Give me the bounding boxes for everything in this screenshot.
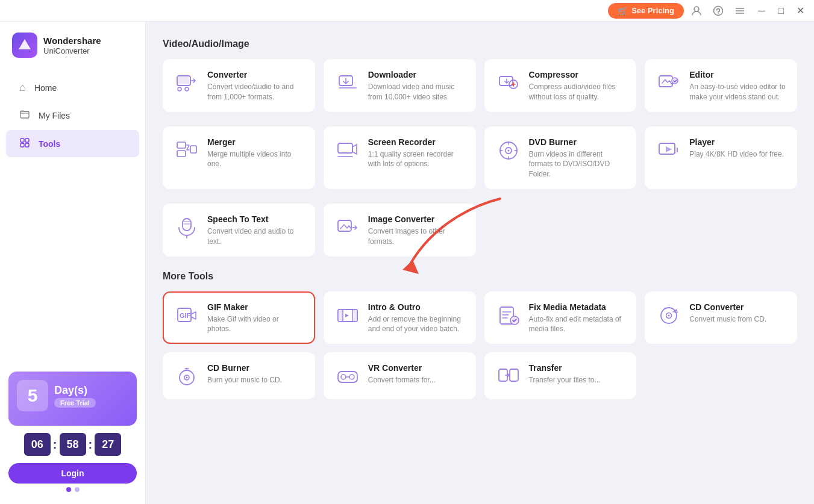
svg-rect-7 xyxy=(20,111,29,118)
dot-1 xyxy=(66,487,71,492)
tool-speech-to-text[interactable]: Speech To Text Convert video and audio t… xyxy=(163,204,315,257)
tools-row-2: Merger Merge multiple videos into one. S… xyxy=(163,126,797,189)
trial-badge: Free Trial xyxy=(54,398,96,408)
tool-merger[interactable]: Merger Merge multiple videos into one. xyxy=(163,126,315,189)
vr-converter-name: VR Converter xyxy=(368,363,465,373)
transfer-desc: Transfer your files to... xyxy=(529,375,626,385)
section-title-more: More Tools xyxy=(163,271,797,282)
trial-number: 5 xyxy=(17,380,48,411)
svg-rect-36 xyxy=(352,310,357,322)
myfiles-label: My Files xyxy=(39,111,70,120)
fix-media-metadata-name: Fix Media Metadata xyxy=(529,302,626,312)
screen-recorder-info: Screen Recorder 1:1 quality screen recor… xyxy=(368,137,465,170)
maximize-button[interactable]: □ xyxy=(772,2,790,20)
minimize-button[interactable]: ─ xyxy=(753,2,771,20)
editor-desc: An easy-to-use video editor to make your… xyxy=(689,82,786,102)
tool-intro-outro[interactable]: Intro & Outro Add or remove the beginnin… xyxy=(324,291,476,344)
converter-info: Converter Convert video/audio to and fro… xyxy=(207,70,304,102)
timer-seconds: 27 xyxy=(95,433,121,456)
svg-point-27 xyxy=(507,149,509,151)
tool-editor[interactable]: Editor An easy-to-use video editor to ma… xyxy=(645,59,797,112)
trial-card: 5 Day(s) Free Trial xyxy=(8,372,137,426)
menu-button[interactable] xyxy=(731,2,749,20)
merger-icon xyxy=(174,137,200,164)
gif-maker-desc: Make Gif with video or photos. xyxy=(207,314,304,335)
svg-text:GIF: GIF xyxy=(180,312,191,319)
tool-compressor[interactable]: Compressor Compress audio/video files wi… xyxy=(484,59,637,112)
gif-maker-name: GIF Maker xyxy=(207,302,304,312)
svg-point-47 xyxy=(349,375,354,379)
tools-label: Tools xyxy=(39,139,60,149)
timer-row: 06 : 58 : 27 xyxy=(8,433,137,456)
support-button[interactable] xyxy=(709,2,727,20)
dvd-burner-info: DVD Burner Burn videos in different form… xyxy=(529,137,626,179)
transfer-icon xyxy=(495,363,522,390)
svg-rect-23 xyxy=(190,146,196,153)
svg-rect-8 xyxy=(20,138,24,142)
nav-items: ⌂ Home My Files xyxy=(0,69,145,163)
sidebar-bottom: 5 Day(s) Free Trial 06 : 58 : 27 Login xyxy=(0,363,145,504)
see-pricing-button[interactable]: 🛒 See Pricing xyxy=(608,3,684,19)
timer-colon-2: : xyxy=(89,438,93,452)
transfer-info: Transfer Transfer your files to... xyxy=(529,363,626,385)
window-controls: ─ □ ✕ xyxy=(753,2,809,20)
transfer-name: Transfer xyxy=(529,363,626,373)
gif-maker-info: GIF Maker Make Gif with video or photos. xyxy=(207,302,304,335)
svg-point-15 xyxy=(185,87,189,91)
converter-icon xyxy=(174,70,200,96)
tool-dvd-burner[interactable]: DVD Burner Burn videos in different form… xyxy=(484,126,637,189)
cd-converter-desc: Convert music from CD. xyxy=(689,314,786,325)
tool-downloader[interactable]: Downloader Download video and music from… xyxy=(324,59,476,112)
title-bar: 🛒 See Pricing ─ □ ✕ xyxy=(0,0,814,22)
sidebar-item-home[interactable]: ⌂ Home xyxy=(6,75,139,101)
timer-hours: 06 xyxy=(24,433,51,456)
svg-rect-22 xyxy=(177,151,186,157)
cd-burner-desc-more: Burn your music to CD. xyxy=(207,375,304,385)
speech-to-text-icon xyxy=(174,214,200,241)
svg-point-44 xyxy=(186,377,188,379)
close-button[interactable]: ✕ xyxy=(791,2,809,20)
downloader-desc: Download video and music from 10,000+ vi… xyxy=(368,82,465,102)
tool-transfer[interactable]: Transfer Transfer your files to... xyxy=(484,352,637,399)
dvd-burner-icon xyxy=(495,137,522,164)
brand-name: Wondershare xyxy=(43,36,101,46)
svg-point-20 xyxy=(672,78,678,84)
tool-player[interactable]: Player Play 4K/8K HD video for free. xyxy=(645,126,797,189)
home-label: Home xyxy=(34,83,57,93)
tools-row-3: Speech To Text Convert video and audio t… xyxy=(163,204,797,257)
player-info: Player Play 4K/8K HD video for free. xyxy=(689,137,786,160)
sidebar-item-myfiles[interactable]: My Files xyxy=(6,102,139,129)
trial-days-label: Day(s) xyxy=(54,384,96,397)
more-tools-section: More Tools GIF GIF Maker Make Gif with v… xyxy=(163,271,797,400)
downloader-info: Downloader Download video and music from… xyxy=(368,70,465,102)
logo-text: Wondershare UniConverter xyxy=(43,36,101,55)
editor-info: Editor An easy-to-use video editor to ma… xyxy=(689,70,786,102)
dvd-burner-name: DVD Burner xyxy=(529,137,626,147)
svg-point-46 xyxy=(341,375,346,379)
cd-burner-icon-more xyxy=(174,363,200,390)
tool-image-converter[interactable]: Image Converter Convert images to other … xyxy=(324,204,476,257)
tool-cd-burner[interactable]: CD Burner Burn your music to CD. xyxy=(163,352,315,399)
tool-cd-converter[interactable]: CD Converter Convert music from CD. xyxy=(645,291,797,344)
svg-point-41 xyxy=(668,314,670,316)
account-button[interactable] xyxy=(687,2,706,20)
svg-rect-21 xyxy=(177,142,186,148)
vr-converter-info: VR Converter Convert formats for... xyxy=(368,363,465,385)
tool-fix-media-metadata[interactable]: Fix Media Metadata Auto-fix and edit met… xyxy=(484,291,637,344)
tool-converter[interactable]: Converter Convert video/audio to and fro… xyxy=(163,59,315,112)
editor-icon xyxy=(656,70,682,96)
cd-converter-info: CD Converter Convert music from CD. xyxy=(689,302,786,325)
svg-rect-35 xyxy=(338,310,343,322)
login-button[interactable]: Login xyxy=(8,463,137,484)
tools-row-1: Converter Convert video/audio to and fro… xyxy=(163,59,797,112)
tool-vr-converter[interactable]: VR Converter Convert formats for... xyxy=(324,352,476,399)
tools-icon xyxy=(19,137,30,151)
sidebar-item-tools[interactable]: Tools xyxy=(6,130,139,157)
more-tools-row-2: CD Burner Burn your music to CD. xyxy=(163,352,797,399)
tool-gif-maker[interactable]: GIF GIF Maker Make Gif with video or pho… xyxy=(163,291,315,344)
compressor-info: Compressor Compress audio/video files wi… xyxy=(529,70,626,102)
tool-screen-recorder[interactable]: Screen Recorder 1:1 quality screen recor… xyxy=(324,126,476,189)
intro-outro-name: Intro & Outro xyxy=(368,302,465,312)
fix-media-metadata-icon xyxy=(495,302,522,329)
svg-rect-24 xyxy=(338,143,352,153)
